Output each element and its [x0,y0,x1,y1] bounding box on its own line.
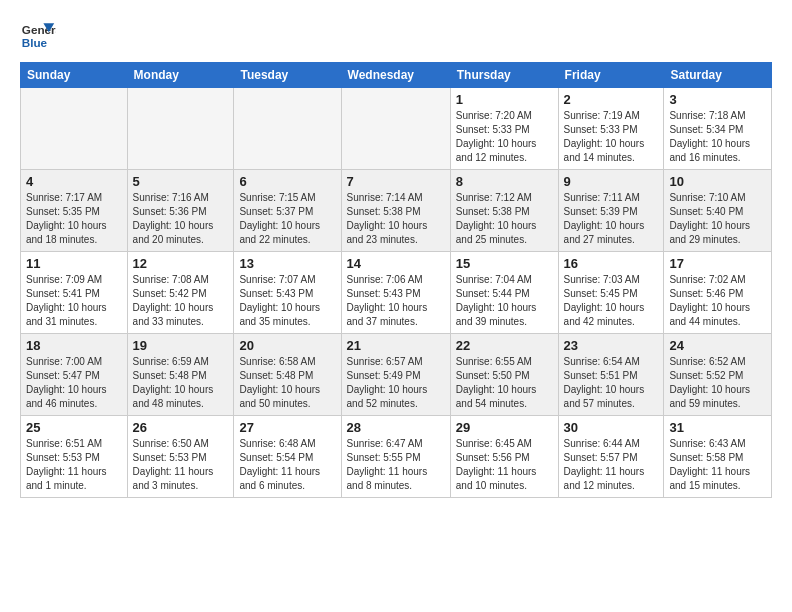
table-row: 21Sunrise: 6:57 AM Sunset: 5:49 PM Dayli… [341,334,450,416]
day-info: Sunrise: 7:00 AM Sunset: 5:47 PM Dayligh… [26,355,122,411]
table-row: 7Sunrise: 7:14 AM Sunset: 5:38 PM Daylig… [341,170,450,252]
table-row: 26Sunrise: 6:50 AM Sunset: 5:53 PM Dayli… [127,416,234,498]
day-number: 29 [456,420,553,435]
table-row: 25Sunrise: 6:51 AM Sunset: 5:53 PM Dayli… [21,416,128,498]
day-number: 11 [26,256,122,271]
day-info: Sunrise: 7:10 AM Sunset: 5:40 PM Dayligh… [669,191,766,247]
logo: General Blue [20,16,62,52]
day-info: Sunrise: 7:18 AM Sunset: 5:34 PM Dayligh… [669,109,766,165]
calendar-week-row: 1Sunrise: 7:20 AM Sunset: 5:33 PM Daylig… [21,88,772,170]
calendar-day-header: Monday [127,63,234,88]
day-number: 13 [239,256,335,271]
table-row: 8Sunrise: 7:12 AM Sunset: 5:38 PM Daylig… [450,170,558,252]
calendar-day-header: Saturday [664,63,772,88]
calendar-day-header: Sunday [21,63,128,88]
day-number: 12 [133,256,229,271]
day-info: Sunrise: 6:50 AM Sunset: 5:53 PM Dayligh… [133,437,229,493]
day-number: 30 [564,420,659,435]
table-row: 17Sunrise: 7:02 AM Sunset: 5:46 PM Dayli… [664,252,772,334]
day-number: 28 [347,420,445,435]
table-row: 23Sunrise: 6:54 AM Sunset: 5:51 PM Dayli… [558,334,664,416]
day-info: Sunrise: 7:09 AM Sunset: 5:41 PM Dayligh… [26,273,122,329]
table-row: 3Sunrise: 7:18 AM Sunset: 5:34 PM Daylig… [664,88,772,170]
calendar-week-row: 18Sunrise: 7:00 AM Sunset: 5:47 PM Dayli… [21,334,772,416]
day-number: 18 [26,338,122,353]
day-number: 2 [564,92,659,107]
calendar-day-header: Wednesday [341,63,450,88]
day-number: 4 [26,174,122,189]
day-number: 5 [133,174,229,189]
table-row: 22Sunrise: 6:55 AM Sunset: 5:50 PM Dayli… [450,334,558,416]
table-row: 4Sunrise: 7:17 AM Sunset: 5:35 PM Daylig… [21,170,128,252]
day-info: Sunrise: 7:07 AM Sunset: 5:43 PM Dayligh… [239,273,335,329]
table-row: 12Sunrise: 7:08 AM Sunset: 5:42 PM Dayli… [127,252,234,334]
day-info: Sunrise: 7:02 AM Sunset: 5:46 PM Dayligh… [669,273,766,329]
day-info: Sunrise: 7:17 AM Sunset: 5:35 PM Dayligh… [26,191,122,247]
day-number: 19 [133,338,229,353]
day-info: Sunrise: 6:47 AM Sunset: 5:55 PM Dayligh… [347,437,445,493]
day-info: Sunrise: 7:11 AM Sunset: 5:39 PM Dayligh… [564,191,659,247]
table-row: 16Sunrise: 7:03 AM Sunset: 5:45 PM Dayli… [558,252,664,334]
day-info: Sunrise: 6:55 AM Sunset: 5:50 PM Dayligh… [456,355,553,411]
day-info: Sunrise: 6:58 AM Sunset: 5:48 PM Dayligh… [239,355,335,411]
day-number: 16 [564,256,659,271]
table-row: 28Sunrise: 6:47 AM Sunset: 5:55 PM Dayli… [341,416,450,498]
day-number: 21 [347,338,445,353]
day-number: 26 [133,420,229,435]
svg-text:Blue: Blue [22,36,48,49]
day-info: Sunrise: 6:59 AM Sunset: 5:48 PM Dayligh… [133,355,229,411]
calendar-header-row: SundayMondayTuesdayWednesdayThursdayFrid… [21,63,772,88]
day-info: Sunrise: 7:19 AM Sunset: 5:33 PM Dayligh… [564,109,659,165]
table-row: 9Sunrise: 7:11 AM Sunset: 5:39 PM Daylig… [558,170,664,252]
table-row: 2Sunrise: 7:19 AM Sunset: 5:33 PM Daylig… [558,88,664,170]
day-number: 14 [347,256,445,271]
day-info: Sunrise: 6:44 AM Sunset: 5:57 PM Dayligh… [564,437,659,493]
day-info: Sunrise: 7:06 AM Sunset: 5:43 PM Dayligh… [347,273,445,329]
page-header: General Blue [20,16,772,52]
table-row: 5Sunrise: 7:16 AM Sunset: 5:36 PM Daylig… [127,170,234,252]
day-number: 23 [564,338,659,353]
day-info: Sunrise: 7:03 AM Sunset: 5:45 PM Dayligh… [564,273,659,329]
calendar-day-header: Tuesday [234,63,341,88]
day-info: Sunrise: 6:52 AM Sunset: 5:52 PM Dayligh… [669,355,766,411]
table-row: 14Sunrise: 7:06 AM Sunset: 5:43 PM Dayli… [341,252,450,334]
day-info: Sunrise: 7:08 AM Sunset: 5:42 PM Dayligh… [133,273,229,329]
day-info: Sunrise: 7:16 AM Sunset: 5:36 PM Dayligh… [133,191,229,247]
day-number: 20 [239,338,335,353]
logo-icon: General Blue [20,16,56,52]
table-row: 30Sunrise: 6:44 AM Sunset: 5:57 PM Dayli… [558,416,664,498]
table-row: 31Sunrise: 6:43 AM Sunset: 5:58 PM Dayli… [664,416,772,498]
table-row: 19Sunrise: 6:59 AM Sunset: 5:48 PM Dayli… [127,334,234,416]
day-number: 27 [239,420,335,435]
table-row: 27Sunrise: 6:48 AM Sunset: 5:54 PM Dayli… [234,416,341,498]
table-row: 24Sunrise: 6:52 AM Sunset: 5:52 PM Dayli… [664,334,772,416]
table-row [21,88,128,170]
day-number: 1 [456,92,553,107]
calendar-week-row: 25Sunrise: 6:51 AM Sunset: 5:53 PM Dayli… [21,416,772,498]
day-number: 9 [564,174,659,189]
table-row: 11Sunrise: 7:09 AM Sunset: 5:41 PM Dayli… [21,252,128,334]
day-info: Sunrise: 6:48 AM Sunset: 5:54 PM Dayligh… [239,437,335,493]
day-info: Sunrise: 6:45 AM Sunset: 5:56 PM Dayligh… [456,437,553,493]
day-number: 24 [669,338,766,353]
calendar-table: SundayMondayTuesdayWednesdayThursdayFrid… [20,62,772,498]
day-info: Sunrise: 7:12 AM Sunset: 5:38 PM Dayligh… [456,191,553,247]
day-info: Sunrise: 6:51 AM Sunset: 5:53 PM Dayligh… [26,437,122,493]
day-info: Sunrise: 7:20 AM Sunset: 5:33 PM Dayligh… [456,109,553,165]
table-row [341,88,450,170]
day-number: 31 [669,420,766,435]
day-number: 25 [26,420,122,435]
table-row: 29Sunrise: 6:45 AM Sunset: 5:56 PM Dayli… [450,416,558,498]
calendar-week-row: 4Sunrise: 7:17 AM Sunset: 5:35 PM Daylig… [21,170,772,252]
table-row [127,88,234,170]
day-number: 6 [239,174,335,189]
table-row: 20Sunrise: 6:58 AM Sunset: 5:48 PM Dayli… [234,334,341,416]
day-number: 22 [456,338,553,353]
table-row: 13Sunrise: 7:07 AM Sunset: 5:43 PM Dayli… [234,252,341,334]
calendar-week-row: 11Sunrise: 7:09 AM Sunset: 5:41 PM Dayli… [21,252,772,334]
table-row [234,88,341,170]
day-number: 15 [456,256,553,271]
calendar-day-header: Thursday [450,63,558,88]
day-info: Sunrise: 7:04 AM Sunset: 5:44 PM Dayligh… [456,273,553,329]
table-row: 15Sunrise: 7:04 AM Sunset: 5:44 PM Dayli… [450,252,558,334]
